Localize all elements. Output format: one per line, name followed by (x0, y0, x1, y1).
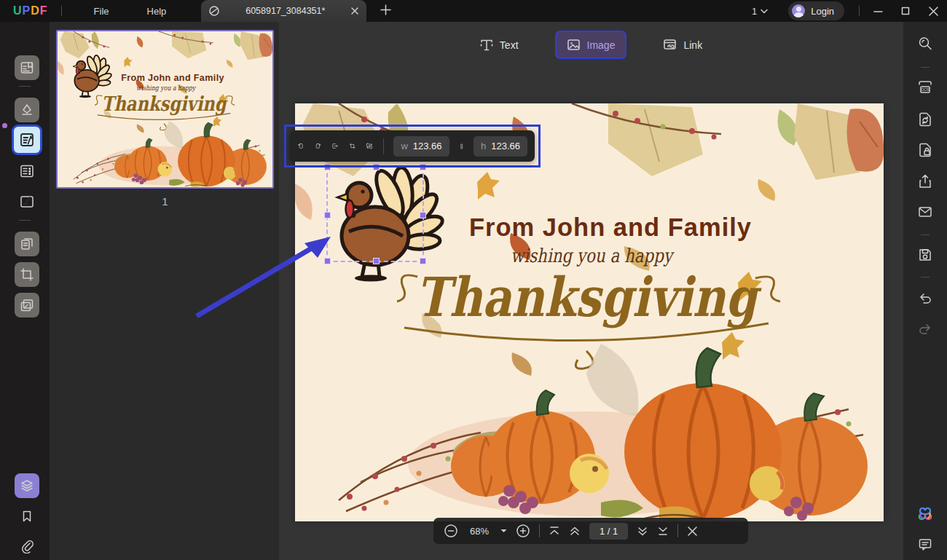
close-button[interactable] (919, 0, 947, 22)
page-thumbnail[interactable] (56, 30, 274, 189)
zoom-dropdown-icon[interactable] (500, 529, 507, 533)
sidebar-item-bookmark[interactable] (15, 504, 39, 529)
image-tool-label: Image (587, 39, 616, 51)
ocr-button[interactable]: OCR (916, 79, 934, 96)
crop-image-icon[interactable] (349, 138, 356, 154)
zoom-level-value[interactable]: 68% (467, 526, 492, 537)
page-indicator[interactable]: 1 / 1 (589, 523, 628, 540)
close-bar-icon[interactable] (687, 526, 698, 537)
extract-image-icon[interactable] (331, 138, 339, 154)
canvas: Text Image Link (279, 22, 903, 560)
resize-handle-s[interactable] (373, 258, 380, 264)
sidebar-item-attachment[interactable] (15, 534, 39, 559)
sidebar-item-crop[interactable] (15, 262, 39, 287)
sidebar-item-convert[interactable] (15, 232, 39, 256)
last-page-icon[interactable] (657, 526, 669, 536)
image-selection-box[interactable] (326, 166, 424, 262)
logo-letter: P (23, 4, 31, 17)
image-tool-button[interactable]: Image (555, 31, 627, 59)
sidebar-item-layers[interactable] (15, 473, 39, 498)
updf-logo: U P D F (13, 4, 48, 17)
text-tool-icon (480, 39, 493, 52)
search-button[interactable] (916, 35, 934, 52)
undo-button[interactable] (916, 290, 934, 307)
divider (921, 67, 930, 68)
divider (19, 220, 31, 221)
image-toolbar-highlight: w 123.66 h 123.66 (284, 125, 541, 167)
thumbnail-art (58, 31, 272, 187)
watermark-pages-icon (20, 298, 34, 312)
save-button[interactable] (916, 246, 934, 264)
image-tool-icon (567, 38, 581, 52)
edit-mode-toolbar: Text Image Link (279, 31, 903, 59)
width-field[interactable]: w 123.66 (393, 136, 449, 157)
divider (677, 524, 678, 537)
link-tool-button[interactable]: Link (651, 31, 714, 59)
resize-handle-w[interactable] (324, 212, 331, 218)
ocr-icon: OCR (916, 79, 934, 96)
share-button[interactable] (916, 173, 934, 190)
sidebar-item-fill-sign[interactable] (15, 189, 39, 214)
first-page-icon[interactable] (549, 526, 560, 536)
replace-image-icon[interactable] (366, 138, 373, 154)
divider (539, 524, 540, 537)
menu-file[interactable]: File (75, 0, 128, 22)
sidebar-item-watermark[interactable] (15, 293, 39, 318)
updf-app-window: U P D F File Help 6058917_3084351* 1 (0, 0, 947, 560)
next-page-icon[interactable] (637, 526, 648, 537)
fill-sign-icon (19, 194, 35, 210)
zoom-out-icon[interactable] (444, 524, 458, 538)
rotate-right-icon[interactable] (315, 138, 322, 154)
document-tab[interactable]: 6058917_3084351* (201, 0, 366, 22)
resize-handle-se[interactable] (420, 258, 426, 264)
sidebar-item-edit-pdf[interactable] (12, 125, 42, 155)
redo-icon (917, 321, 933, 337)
convert-button[interactable] (916, 111, 934, 128)
logo-letter: F (40, 4, 48, 17)
ai-assistant-button[interactable] (916, 505, 934, 523)
right-sidebar: OCR (903, 22, 947, 560)
sidebar-item-comment[interactable] (15, 98, 39, 122)
undo-icon (917, 291, 933, 307)
minimize-button[interactable] (864, 0, 892, 22)
height-value: 123.66 (491, 141, 520, 151)
tab-document-icon (208, 5, 220, 17)
mail-icon (917, 204, 933, 220)
lock-aspect-ratio-icon[interactable] (460, 140, 463, 153)
text-tool-button[interactable]: Text (468, 31, 530, 59)
text-tool-label: Text (500, 39, 519, 51)
crop-pages-icon (20, 267, 34, 282)
paperclip-icon (20, 539, 34, 553)
titlebar-right: 1 Login (752, 0, 947, 22)
image-properties-toolbar: w 123.66 h 123.66 (290, 130, 535, 162)
maximize-button[interactable] (892, 0, 919, 22)
share-icon (917, 173, 933, 189)
divider (859, 6, 860, 16)
protect-button[interactable] (916, 141, 934, 159)
email-button[interactable] (916, 203, 934, 221)
tab-page-value: 1 (752, 6, 757, 17)
divider (61, 6, 62, 16)
previous-page-icon[interactable] (569, 526, 581, 537)
comment-bubble-icon (917, 537, 933, 553)
height-label: h (481, 141, 486, 151)
menu-help[interactable]: Help (128, 0, 186, 22)
zoom-in-icon[interactable] (516, 524, 530, 538)
tab-close-icon[interactable] (350, 7, 359, 15)
sidebar-item-reader[interactable] (15, 55, 39, 80)
divider (19, 86, 31, 87)
resize-handle-e[interactable] (420, 212, 426, 218)
ai-assistant-icon (916, 505, 934, 523)
titlebar: U P D F File Help 6058917_3084351* 1 (0, 0, 947, 22)
feedback-button[interactable] (916, 536, 934, 553)
active-tool-indicator (2, 123, 7, 128)
new-tab-button[interactable] (377, 4, 394, 19)
width-value: 123.66 (413, 141, 442, 151)
sidebar-item-organize-pages[interactable] (15, 159, 39, 184)
tab-page-dropdown[interactable]: 1 (752, 6, 768, 17)
rotate-left-icon[interactable] (297, 138, 304, 154)
height-field[interactable]: h 123.66 (474, 136, 527, 157)
login-button[interactable]: Login (788, 1, 844, 20)
redo-button[interactable] (916, 320, 934, 338)
search-icon (917, 36, 933, 52)
